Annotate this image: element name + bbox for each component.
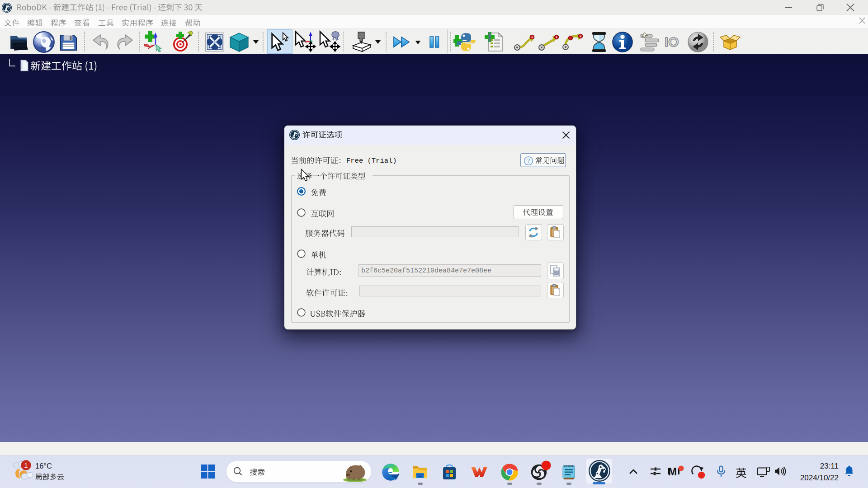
svg-text:IO: IO <box>665 35 679 49</box>
svg-text:1: 1 <box>24 462 28 469</box>
svg-text:?: ? <box>527 158 530 164</box>
